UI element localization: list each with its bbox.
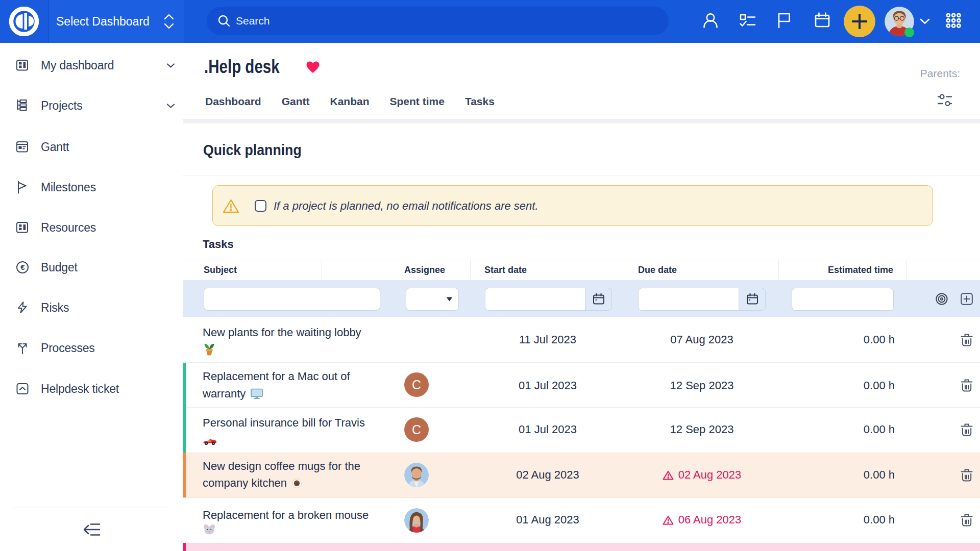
- svg-text:€: €: [20, 263, 25, 271]
